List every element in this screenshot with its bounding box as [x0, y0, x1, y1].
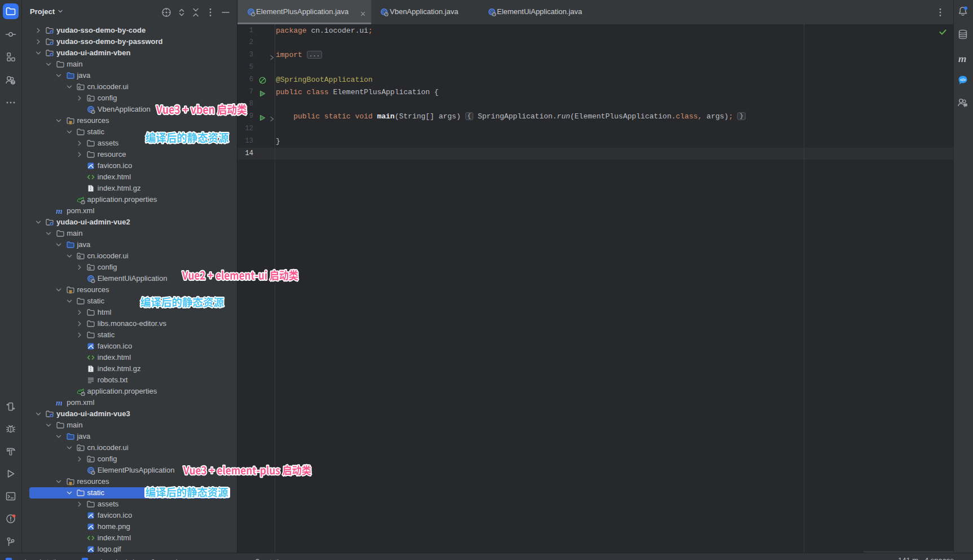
svg-text:</>: </> [960, 78, 966, 82]
svg-text:?: ? [12, 80, 14, 84]
